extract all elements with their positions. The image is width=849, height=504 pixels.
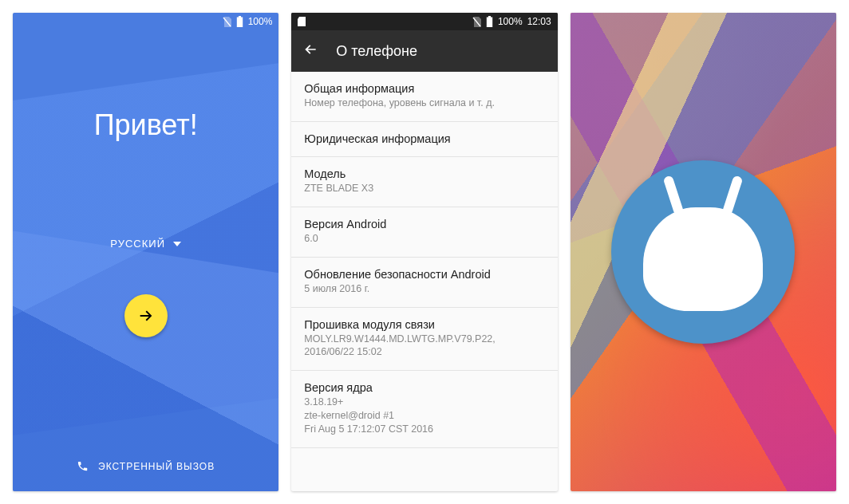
about-item[interactable]: Общая информацияНомер телефона, уровень …: [291, 72, 557, 122]
emergency-label: ЭКСТРЕННЫЙ ВЫЗОВ: [98, 461, 215, 472]
welcome-greeting: Привет!: [94, 108, 198, 142]
chevron-down-icon: [173, 242, 181, 246]
status-bar: 100% 12:03: [291, 13, 557, 30]
emergency-call-button[interactable]: ЭКСТРЕННЫЙ ВЫЗОВ: [77, 460, 215, 472]
about-item-sub: Номер телефона, уровень сигнала и т. д.: [304, 96, 544, 110]
status-bar: 100%: [13, 13, 278, 30]
sim-off-icon: [472, 17, 481, 27]
about-item[interactable]: Обновление безопасности Android5 июля 20…: [291, 258, 557, 308]
about-item-title: Версия Android: [304, 218, 544, 230]
about-item[interactable]: МодельZTE BLADE X3: [291, 157, 557, 207]
about-item-title: Юридическая информация: [304, 132, 544, 145]
battery-percent: 100%: [248, 16, 273, 27]
about-list: Общая информацияНомер телефона, уровень …: [291, 72, 557, 491]
about-item-sub: 5 июля 2016 г.: [304, 282, 544, 296]
about-item-title: Модель: [304, 167, 544, 180]
about-item-sub: MOLY.LR9.W1444.MD.LWTG.MP.V79.P22, 2016/…: [304, 333, 544, 360]
marshmallow-icon: [643, 207, 763, 311]
about-item[interactable]: Юридическая информация: [291, 122, 557, 157]
about-item-sub: 3.18.19+ zte-kernel@droid #1 Fri Aug 5 1…: [304, 396, 544, 436]
sd-card-icon: [298, 17, 306, 26]
battery-percent: 100%: [498, 16, 523, 27]
continue-button[interactable]: [124, 294, 168, 337]
battery-icon: [486, 16, 493, 27]
clock-time: 12:03: [527, 16, 551, 27]
sim-off-icon: [223, 17, 231, 27]
welcome-screen: 100% Привет! РУССКИЙ ЭКСТРЕННЫЙ ВЫЗОВ: [13, 13, 278, 491]
marshmallow-badge: [611, 160, 795, 344]
marshmallow-screen: [571, 13, 836, 491]
about-item[interactable]: Версия Android6.0: [291, 207, 557, 258]
arrow-left-icon: [302, 41, 318, 57]
about-item-title: Версия ядра: [304, 381, 544, 394]
about-item-title: Прошивка модуля связи: [304, 318, 544, 331]
battery-icon: [236, 16, 243, 27]
about-item-sub: 6.0: [304, 232, 544, 246]
about-item-title: Обновление безопасности Android: [304, 268, 544, 281]
about-phone-screen: 100% 12:03 О телефоне Общая информацияНо…: [291, 13, 557, 491]
language-label: РУССКИЙ: [110, 238, 165, 250]
language-selector[interactable]: РУССКИЙ: [110, 238, 181, 250]
phone-icon: [77, 460, 89, 472]
about-item-title: Общая информация: [304, 82, 544, 95]
about-item[interactable]: Версия ядра3.18.19+ zte-kernel@droid #1 …: [291, 371, 557, 448]
page-title: О телефоне: [336, 43, 417, 60]
about-item-sub: ZTE BLADE X3: [304, 182, 544, 195]
about-item[interactable]: Прошивка модуля связиMOLY.LR9.W1444.MD.L…: [291, 308, 557, 372]
arrow-right-icon: [137, 307, 155, 325]
back-button[interactable]: [302, 41, 318, 61]
